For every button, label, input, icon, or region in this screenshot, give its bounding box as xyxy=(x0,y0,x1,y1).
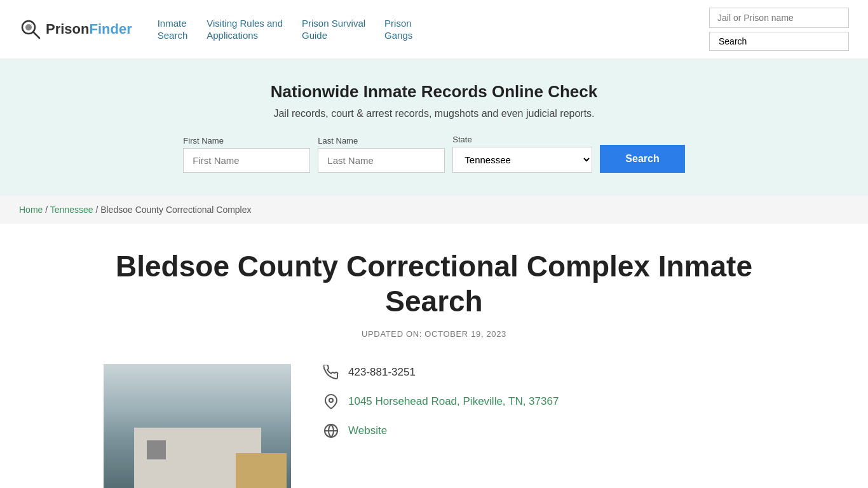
breadcrumb-home[interactable]: Home xyxy=(19,205,43,215)
header-search-form: Search xyxy=(709,8,849,51)
page-title: Bledsoe County Correctional Complex Inma… xyxy=(104,249,764,319)
header-search-input[interactable] xyxy=(709,8,849,28)
updated-date: UPDATED ON: OCTOBER 19, 2023 xyxy=(104,329,764,339)
facility-image xyxy=(104,364,291,488)
last-name-input[interactable] xyxy=(318,148,445,173)
facility-details: 423-881-3251 1045 Horsehead Road, Pikevi… xyxy=(323,364,764,439)
nav-prison-survival[interactable]: Prison Survival Guide xyxy=(302,17,365,42)
phone-icon xyxy=(323,364,339,381)
address-link[interactable]: 1045 Horsehead Road, Pikeville, TN, 3736… xyxy=(348,395,559,408)
logo-icon xyxy=(19,18,42,41)
logo-prison: Prison xyxy=(46,21,89,37)
building-illustration xyxy=(134,428,261,488)
address-row: 1045 Horsehead Road, Pikeville, TN, 3736… xyxy=(323,393,764,410)
globe-icon xyxy=(323,423,339,439)
state-group: State TennesseeAlabamaAlaskaArizonaArkan… xyxy=(452,135,592,173)
hero-title: Nationwide Inmate Records Online Check xyxy=(13,82,855,102)
svg-point-2 xyxy=(25,24,32,30)
site-logo[interactable]: PrisonFinder xyxy=(19,18,132,41)
breadcrumb-facility: Bledsoe County Correctional Complex xyxy=(100,205,251,215)
nav-visiting-rules[interactable]: Visiting Rules and Applications xyxy=(207,17,283,42)
header-search-button[interactable]: Search xyxy=(709,32,849,51)
state-label: State xyxy=(452,135,592,144)
logo-finder: Finder xyxy=(89,21,132,37)
state-select[interactable]: TennesseeAlabamaAlaskaArizonaArkansasCal… xyxy=(452,147,592,173)
location-icon xyxy=(323,393,339,410)
first-name-group: First Name xyxy=(183,136,310,173)
hero-search-button[interactable]: Search xyxy=(600,145,684,173)
breadcrumb-state[interactable]: Tennessee xyxy=(50,205,93,215)
main-nav: Inmate Search Visiting Rules and Applica… xyxy=(158,17,684,42)
nav-prison-gangs[interactable]: Prison Gangs xyxy=(384,17,412,42)
last-name-group: Last Name xyxy=(318,136,445,173)
breadcrumb: Home / Tennessee / Bledsoe County Correc… xyxy=(0,196,868,224)
phone-row: 423-881-3251 xyxy=(323,364,764,381)
facility-info: 423-881-3251 1045 Horsehead Road, Pikevi… xyxy=(104,364,764,488)
inmate-search-form: First Name Last Name State TennesseeAlab… xyxy=(13,135,855,173)
website-link[interactable]: Website xyxy=(348,424,387,437)
first-name-input[interactable] xyxy=(183,148,310,173)
svg-line-1 xyxy=(33,32,39,38)
hero-subtitle: Jail records, court & arrest records, mu… xyxy=(13,108,855,119)
main-content: Bledsoe County Correctional Complex Inma… xyxy=(85,224,783,488)
svg-point-3 xyxy=(329,398,333,402)
last-name-label: Last Name xyxy=(318,136,445,146)
website-row: Website xyxy=(323,423,764,439)
hero-section: Nationwide Inmate Records Online Check J… xyxy=(0,59,868,196)
nav-inmate-search[interactable]: Inmate Search xyxy=(158,17,188,42)
first-name-label: First Name xyxy=(183,136,310,146)
phone-number: 423-881-3251 xyxy=(348,366,416,379)
